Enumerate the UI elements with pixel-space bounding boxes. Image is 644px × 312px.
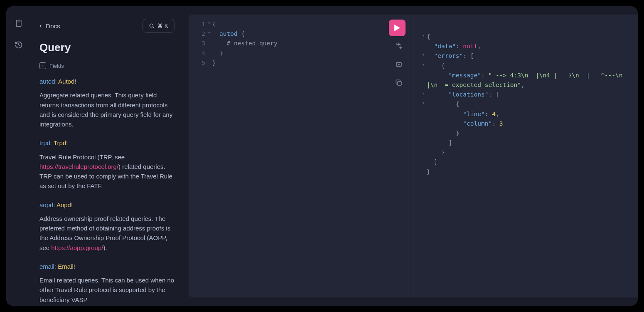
left-rail (6, 6, 31, 306)
result-line: "data": null, (420, 42, 631, 51)
svg-point-2 (150, 24, 153, 27)
editor-panel: 1▾{2▾ autod {3 # nested query4 }5 } ▾{ "… (189, 15, 638, 297)
merge-icon[interactable] (395, 60, 403, 69)
external-link[interactable]: https://aopp.group/ (51, 244, 103, 251)
field-item: aopd: Aopd!Address ownership proof relat… (39, 200, 175, 253)
code-line: 4 } (195, 49, 406, 58)
code-line: 1▾{ (195, 20, 406, 29)
svg-rect-0 (16, 20, 21, 27)
panel-gap (183, 6, 189, 306)
result-line: ▾ { (420, 61, 631, 71)
breadcrumb[interactable]: ‹ Docs (39, 22, 60, 30)
field-signature[interactable]: email: Email! (39, 262, 175, 271)
result-line: "column": 3 (420, 119, 631, 129)
docs-panel: ‹ Docs ⌘ K Query ◦ Fields autod: Autod!A… (31, 6, 183, 306)
result-line: ▾{ (420, 32, 631, 42)
result-line: } (420, 129, 631, 138)
execute-button[interactable] (389, 20, 406, 36)
docs-icon[interactable] (14, 19, 23, 28)
chevron-left-icon: ‹ (39, 22, 42, 30)
fields-list: autod: Autod!Aggregate related queries. … (39, 77, 175, 305)
search-button[interactable]: ⌘ K (143, 19, 175, 33)
field-description: Address ownership proof related queries.… (39, 214, 175, 253)
search-shortcut-label: ⌘ K (157, 22, 168, 29)
field-signature[interactable]: trpd: Trpd! (39, 138, 175, 148)
field-item: trpd: Trpd!Travel Rule Protocol (TRP, se… (39, 138, 175, 191)
field-signature[interactable]: autod: Autod! (39, 77, 175, 86)
svg-rect-5 (398, 82, 401, 85)
field-description: Travel Rule Protocol (TRP, see https://t… (39, 152, 175, 191)
page-title: Query (39, 41, 175, 54)
field-description: Email related queries. This can be used … (39, 275, 175, 305)
app-frame: ‹ Docs ⌘ K Query ◦ Fields autod: Autod!A… (6, 6, 638, 306)
field-description: Aggregate related queries. This query fi… (39, 90, 175, 129)
result-line: } (420, 167, 631, 177)
result-line: ] (420, 157, 631, 167)
result-line: ▾ { (420, 99, 631, 109)
code-line: 3 # nested query (195, 39, 406, 48)
query-editor[interactable]: 1▾{2▾ autod {3 # nested query4 }5 } (189, 15, 413, 297)
fields-label: Fields (49, 63, 64, 69)
history-icon[interactable] (14, 40, 23, 50)
code-line: 5 } (195, 58, 406, 68)
fields-section-header: ◦ Fields (39, 62, 175, 69)
result-line: ▾ "locations": [ (420, 90, 631, 99)
code-line: 2▾ autod { (195, 29, 406, 39)
field-signature[interactable]: aopd: Aopd! (39, 200, 175, 210)
editor-tools (395, 42, 403, 87)
svg-line-3 (152, 27, 154, 28)
fields-icon: ◦ (39, 62, 46, 69)
result-line: "message": " --> 4:3\n |\n4 | }\n | ^---… (420, 71, 631, 90)
copy-icon[interactable] (395, 79, 403, 87)
result-line: "line": 4, (420, 109, 631, 119)
field-item: email: Email!Email related queries. This… (39, 262, 175, 305)
field-item: autod: Autod!Aggregate related queries. … (39, 77, 175, 129)
docs-header: ‹ Docs ⌘ K (39, 19, 175, 33)
external-link[interactable]: https://travelruleprotocol.org/ (39, 163, 118, 170)
result-line: ▾ "errors": [ (420, 51, 631, 61)
prettify-icon[interactable] (395, 42, 403, 50)
result-line: } (420, 148, 631, 157)
result-viewer: ▾{ "data": null,▾ "errors": [▾ { "messag… (413, 15, 638, 297)
search-icon (149, 23, 155, 29)
breadcrumb-label: Docs (46, 22, 60, 30)
result-line: ] (420, 138, 631, 148)
